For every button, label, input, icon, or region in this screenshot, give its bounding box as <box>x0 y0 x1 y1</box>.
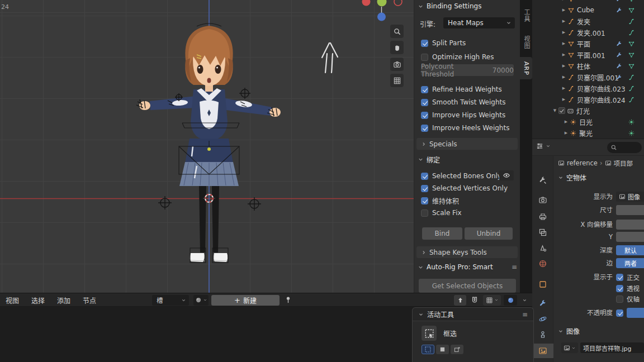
browse-material-button[interactable] <box>193 295 209 306</box>
disclosure-icon[interactable]: ▶ <box>560 41 567 46</box>
modifier-wrench-icon[interactable] <box>615 40 623 47</box>
orthographic-checkbox[interactable] <box>616 274 623 281</box>
side-both-button[interactable]: 两者 <box>616 258 644 268</box>
outliner-row[interactable]: ▶ 发夹 <box>532 16 644 27</box>
preview-toggle[interactable] <box>504 295 517 306</box>
curve-data-icon[interactable] <box>628 96 635 103</box>
binding-section-header[interactable]: 绑定 <box>418 155 440 164</box>
outliner-row[interactable]: ▶ Cube <box>532 4 644 16</box>
zoom-button[interactable] <box>390 25 404 38</box>
mesh-data-icon[interactable] <box>628 40 635 47</box>
outliner-row[interactable]: ▶ 平面.001 <box>532 49 644 60</box>
select-mode-extend[interactable] <box>436 345 449 354</box>
outliner-row[interactable]: ▶ 日光 <box>532 116 644 127</box>
tab-output[interactable] <box>532 209 553 224</box>
select-mode-subtract[interactable] <box>451 345 463 354</box>
outliner-row[interactable]: ▶ 贝塞尔圆.001 <box>532 72 644 83</box>
disclosure-icon[interactable]: ▶ <box>560 86 567 90</box>
binding-settings-header[interactable]: Binding Settings <box>418 2 481 10</box>
bind-button[interactable]: Bind <box>422 227 462 240</box>
panel-menu-icon[interactable]: ≡ <box>522 311 528 318</box>
3d-viewport[interactable]: 24 <box>0 0 414 293</box>
disclosure-icon[interactable]: ▶ <box>560 64 567 68</box>
disclosure-icon[interactable]: ▶ <box>560 53 567 57</box>
outliner-row[interactable]: ▶ 发夹.001 <box>532 27 644 38</box>
menu-add[interactable]: 添加 <box>55 296 73 305</box>
menu-select[interactable]: 选择 <box>29 296 47 305</box>
modifier-wrench-icon[interactable] <box>615 51 623 59</box>
outliner-row[interactable]: ▶ <box>532 0 644 4</box>
breadcrumb-object[interactable]: reference <box>567 159 598 167</box>
light-data-icon[interactable] <box>628 130 635 137</box>
axis-aligned-checkbox[interactable] <box>616 296 623 303</box>
material-slot-dropdown[interactable]: 槽 <box>152 295 189 306</box>
improve-heels-checkbox[interactable] <box>421 125 428 132</box>
modifier-wrench-icon[interactable] <box>615 0 623 3</box>
disclosure-icon[interactable]: ▶ <box>560 97 567 102</box>
snapping-dropdown[interactable] <box>483 295 501 306</box>
modifier-wrench-icon[interactable] <box>615 63 623 70</box>
image-filename-field[interactable]: 项目部吉祥物.jpg <box>580 342 644 353</box>
camera-view-button[interactable] <box>390 58 404 71</box>
pin-icon[interactable] <box>284 296 292 304</box>
modifier-wrench-icon[interactable] <box>615 74 623 81</box>
tab-physics[interactable] <box>532 312 553 326</box>
outliner-row[interactable]: ▶ 贝塞尔曲线.023 <box>532 83 644 94</box>
empty-section-header[interactable]: 空物体 <box>558 173 586 182</box>
curve-data-icon[interactable] <box>628 74 635 81</box>
outliner-row[interactable]: ▶ 聚光 <box>532 127 644 139</box>
shape-keys-section-header[interactable]: Shape Keys Tools <box>416 246 518 258</box>
toggle-grid-button[interactable] <box>390 74 404 87</box>
outliner-row[interactable]: ▶ 柱体 <box>532 60 644 72</box>
navigation-gizmo[interactable] <box>362 0 402 21</box>
selected-vertices-checkbox[interactable] <box>421 185 428 192</box>
modifier-wrench-icon[interactable] <box>615 7 623 14</box>
refine-head-checkbox[interactable] <box>421 86 428 93</box>
tab-constraints[interactable] <box>532 327 553 342</box>
snap-target-button[interactable] <box>454 295 466 306</box>
engine-dropdown[interactable]: Heat Maps <box>443 17 515 28</box>
eye-visibility-toggle[interactable] <box>499 170 514 180</box>
tab-render[interactable] <box>532 193 553 207</box>
mesh-data-icon[interactable] <box>628 7 635 14</box>
collection-checkbox[interactable] <box>558 107 565 114</box>
mesh-data-icon[interactable] <box>628 63 635 70</box>
pan-button[interactable] <box>390 41 404 54</box>
tab-object[interactable] <box>532 277 553 292</box>
menu-view[interactable]: 视图 <box>3 296 21 305</box>
size-field[interactable] <box>616 205 644 215</box>
tab-tool[interactable] <box>532 173 553 188</box>
disclosure-icon[interactable]: ▶ <box>560 75 567 79</box>
breadcrumb-target[interactable]: 项目部 <box>614 159 633 168</box>
selected-bones-checkbox[interactable] <box>421 173 428 180</box>
opacity-slider[interactable] <box>627 308 644 318</box>
disclosure-icon[interactable]: ▶ <box>560 8 567 12</box>
disclosure-icon[interactable]: ▶ <box>560 19 567 23</box>
get-selected-objects-button[interactable]: Get Selected Objects <box>419 279 516 293</box>
mesh-data-icon[interactable] <box>628 51 635 59</box>
viewport-canvas[interactable] <box>0 0 414 293</box>
curve-data-icon[interactable] <box>628 29 635 36</box>
image-section-header[interactable]: 图像 <box>558 326 580 336</box>
curve-data-icon[interactable] <box>628 18 635 25</box>
light-data-icon[interactable] <box>628 118 635 126</box>
perspective-checkbox[interactable] <box>616 285 623 292</box>
curve-data-icon[interactable] <box>628 85 635 92</box>
select-mode-new[interactable] <box>422 345 434 354</box>
mesh-data-icon[interactable] <box>628 0 635 3</box>
tab-scene[interactable] <box>532 241 553 255</box>
shading-options-dropdown[interactable] <box>520 295 529 306</box>
smooth-twist-checkbox[interactable] <box>421 99 428 106</box>
split-parts-checkbox[interactable] <box>421 40 428 47</box>
unbind-button[interactable]: Unbind <box>465 227 513 240</box>
offset-x-field[interactable] <box>616 220 644 230</box>
opacity-checkbox[interactable] <box>616 309 623 317</box>
menu-node[interactable]: 节点 <box>80 296 98 305</box>
disclosure-icon[interactable]: ▶ <box>560 0 567 1</box>
disclosure-icon[interactable]: ▶ <box>560 30 567 35</box>
display-as-dropdown[interactable]: 图像 <box>616 192 644 202</box>
tab-arp[interactable]: ARP <box>520 57 532 79</box>
snap-toggle[interactable] <box>469 295 480 306</box>
smart-section-header[interactable]: Auto-Rig Pro: Smart ≡ <box>418 263 517 271</box>
editor-type-button[interactable] <box>536 142 551 150</box>
